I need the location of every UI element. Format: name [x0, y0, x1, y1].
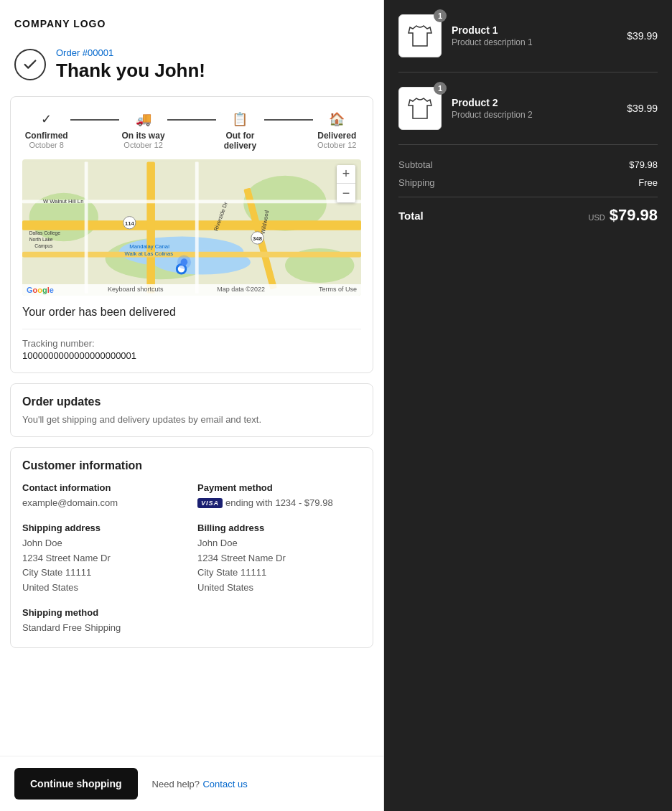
customer-grid: Contact information example@domain.com S… [22, 482, 361, 636]
summary-divider [398, 197, 658, 197]
map-data: Map data ©2022 [217, 286, 265, 294]
product-2-price: $39.99 [627, 103, 658, 114]
shipping-street: 1234 Street Name Dr [22, 551, 186, 566]
logo-area: COMPANY LOGO [0, 0, 383, 42]
delivered-icon: 🏠 [329, 111, 345, 127]
thank-you-message: Thank you John! [56, 60, 205, 82]
svg-text:North Lake: North Lake [29, 237, 53, 242]
order-header-text: Order #00001 Thank you John! [56, 47, 205, 82]
billing-address-label: Billing address [197, 522, 361, 533]
confirmed-icon: ✓ [41, 111, 52, 127]
delivered-label: Delivered [317, 131, 356, 141]
order-summary: Subtotal $79.98 Shipping Free Total USD … [398, 159, 658, 225]
payment-method-label: Payment method [197, 482, 361, 493]
tracking-card: ✓ Confirmed October 8 🚚 On its way Octob… [10, 96, 373, 373]
shipping-country: United States [22, 581, 186, 596]
shipping-method-value: Standard Free Shipping [22, 621, 186, 636]
continue-shopping-button[interactable]: Continue shopping [14, 768, 138, 800]
contact-info-label: Contact information [22, 482, 186, 493]
on-its-way-date: October 12 [123, 141, 162, 149]
out-for-delivery-label: Out for delivery [216, 131, 264, 151]
line-3 [264, 119, 312, 121]
on-its-way-label: On its way [122, 131, 165, 141]
tracking-number: 1000000000000000000001 [22, 350, 361, 361]
product-2-description: Product description 2 [452, 110, 617, 120]
step-out-for-delivery: 📋 Out for delivery [216, 111, 264, 151]
product-1-quantity-badge: 1 [434, 9, 447, 22]
line-2 [167, 119, 215, 121]
total-currency: USD [588, 213, 605, 222]
payment-info: VISA ending with 1234 - $79.98 [197, 496, 361, 511]
line-1 [70, 119, 118, 121]
left-footer: Continue shopping Need help? Contact us [0, 756, 383, 811]
billing-street: 1234 Street Name Dr [197, 551, 361, 566]
subtotal-value: $79.98 [629, 159, 658, 170]
confirmed-label: Confirmed [25, 131, 68, 141]
step-on-its-way: 🚚 On its way October 12 [119, 111, 167, 149]
company-logo: COMPANY LOGO [14, 18, 106, 29]
visa-badge: VISA [197, 498, 223, 508]
total-label: Total [398, 210, 424, 222]
total-value: $79.98 [610, 206, 658, 225]
product-1-price: $39.99 [627, 30, 658, 42]
shipping-method-label: Shipping method [22, 607, 186, 618]
svg-point-27 [181, 258, 188, 266]
order-updates-title: Order updates [22, 395, 361, 408]
product-2-tshirt-icon [407, 95, 433, 121]
total-value-wrap: USD $79.98 [588, 206, 658, 225]
tracking-steps: ✓ Confirmed October 8 🚚 On its way Octob… [22, 108, 361, 159]
total-row: Total USD $79.98 [398, 206, 658, 225]
customer-left-col: Contact information example@domain.com S… [22, 482, 186, 636]
billing-address-section: Billing address John Doe 1234 Street Nam… [197, 522, 361, 596]
order-updates-card: Order updates You'll get shipping and de… [10, 383, 373, 437]
order-updates-description: You'll get shipping and delivery updates… [22, 414, 361, 425]
step-confirmed: ✓ Confirmed October 8 [22, 111, 70, 149]
shipping-label: Shipping [398, 177, 435, 188]
right-panel: 1 Product 1 Product description 1 $39.99… [384, 0, 672, 811]
step-delivered: 🏠 Delivered October 12 [313, 111, 361, 149]
billing-name: John Doe [197, 536, 361, 551]
product-1-info: Product 1 Product description 1 [452, 24, 617, 47]
product-2-thumbnail: 1 [398, 87, 442, 130]
product-1-description: Product description 1 [452, 37, 617, 47]
shipping-address-label: Shipping address [22, 522, 186, 533]
contact-us-link[interactable]: Contact us [202, 779, 247, 789]
svg-rect-13 [195, 161, 199, 293]
delivery-message: Your order has been delivered [22, 306, 361, 319]
shipping-city: City State 11111 [22, 566, 186, 581]
zoom-out-button[interactable]: − [337, 184, 355, 202]
card-info: ending with 1234 - $79.98 [225, 496, 333, 511]
google-logo: Google [27, 286, 54, 294]
map-keyboard: Keyboard shortcuts [108, 286, 164, 294]
billing-country: United States [197, 581, 361, 596]
product-item-1: 1 Product 1 Product description 1 $39.99 [398, 14, 658, 72]
map-terms: Terms of Use [319, 286, 357, 294]
svg-rect-10 [22, 252, 361, 258]
billing-city: City State 11111 [197, 566, 361, 581]
shipping-address-section: Shipping address John Doe 1234 Street Na… [22, 522, 186, 596]
customer-right-col: Payment method VISA ending with 1234 - $… [197, 482, 361, 636]
delivered-date: October 12 [317, 141, 356, 149]
product-2-info: Product 2 Product description 2 [452, 97, 617, 120]
customer-info-card: Customer information Contact information… [10, 447, 373, 648]
svg-text:W Walnut Hill Ln: W Walnut Hill Ln [43, 198, 84, 205]
map: W Walnut Hill Ln Dallas College North La… [22, 159, 361, 296]
customer-info-title: Customer information [22, 459, 361, 472]
shipping-row: Shipping Free [398, 177, 658, 188]
zoom-in-button[interactable]: + [337, 165, 355, 184]
svg-text:Walk at Las Colinas: Walk at Las Colinas [125, 250, 174, 257]
contact-email: example@domain.com [22, 496, 186, 511]
subtotal-row: Subtotal $79.98 [398, 159, 658, 170]
map-zoom-controls[interactable]: + − [337, 165, 355, 202]
product-item-2: 1 Product 2 Product description 2 $39.99 [398, 87, 658, 145]
svg-rect-8 [146, 161, 155, 293]
on-its-way-icon: 🚚 [136, 111, 151, 127]
shipping-method-section: Shipping method Standard Free Shipping [22, 607, 186, 636]
help-text: Need help? [152, 779, 200, 789]
confirmed-date: October 8 [29, 141, 64, 149]
map-svg: W Walnut Hill Ln Dallas College North La… [22, 159, 361, 296]
tracking-label: Tracking number: [22, 338, 361, 349]
map-footer: Google Keyboard shortcuts Map data ©2022… [22, 284, 361, 296]
order-header: Order #00001 Thank you John! [0, 42, 383, 96]
svg-text:Dallas College: Dallas College [29, 230, 61, 236]
